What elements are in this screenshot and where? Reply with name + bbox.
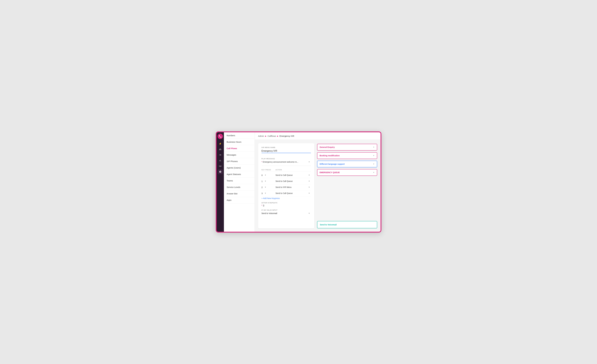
app-frame: ⚡ Numbers Business Hours Call Flows Mess… — [216, 131, 381, 233]
queue-option-diff-lang-label: Different language support — [320, 163, 345, 165]
action-1-value: Send to Call Queue — [275, 180, 293, 182]
breadcrumb-callflows[interactable]: Callflows — [267, 135, 276, 137]
queue-option-general-enquiry-label: General Enquiry — [320, 146, 335, 148]
keypress-table-header: KEY PRESS ACTION — [261, 168, 311, 172]
sidebar-item-agents[interactable]: Agents (Users) — [224, 165, 255, 171]
key-1: 1 ▼ — [261, 180, 275, 183]
lightning-nav-icon[interactable]: ⚡ — [218, 141, 223, 146]
play-message-block: PLAY MESSAGE * Emergency announcement we… — [261, 158, 311, 166]
key-1-dropdown[interactable]: ▼ — [264, 180, 267, 183]
breadcrumb-sep-1: ▶ — [265, 135, 267, 137]
keypress-row-3: 3 ▼ Send to Call Queue ▼ — [261, 190, 311, 196]
action-col-header: ACTION — [275, 169, 282, 171]
queue-option-booking-mod-label: Booking modification — [320, 154, 340, 157]
booking-mod-dropdown-arrow[interactable]: ▼ — [373, 155, 375, 157]
key-2-dropdown[interactable]: ▼ — [264, 186, 267, 189]
key-0: 0 ▼ — [261, 174, 275, 177]
voicemail-nav-icon[interactable] — [218, 164, 223, 168]
key-0-value: 0 — [261, 174, 263, 176]
kp-col-header: KEY PRESS — [261, 169, 275, 171]
sidebar-item-teams[interactable]: Teams — [224, 177, 255, 184]
ivr-name-label: IVR MENU NAME — [261, 147, 311, 148]
ivr-name-field-block: IVR MENU NAME — [261, 147, 311, 156]
ivr-panel: IVR MENU NAME PLAY MESSAGE * Emergency a… — [258, 143, 314, 228]
nav-sidebar: Numbers Business Hours Call Flows Messag… — [224, 132, 255, 232]
after-n-label: AFTER N REPEATS — [261, 202, 311, 204]
diff-lang-dropdown-arrow[interactable]: ▼ — [373, 163, 375, 165]
play-message-label: PLAY MESSAGE — [261, 158, 311, 159]
action-3-value: Send to Call Queue — [275, 192, 293, 194]
queue-option-general-enquiry[interactable]: General Enquiry ▼ — [317, 144, 377, 150]
keypress-row-0: 0 ▼ Send to Call Queue ▼ — [261, 172, 311, 178]
play-message-text: Emergency announcement welcome m... — [263, 161, 298, 163]
sidebar-item-apps[interactable]: Apps — [224, 197, 255, 203]
key-3-value: 3 — [261, 192, 263, 195]
voicemail-option[interactable]: Send to Voicemail — [317, 221, 377, 228]
main-content: Admin ▶ Callflows ▶ Emergency IVR IVR ME… — [255, 132, 381, 232]
list-nav-icon[interactable] — [218, 152, 223, 157]
ivr-name-input[interactable] — [261, 149, 311, 153]
key-3: 3 ▼ — [261, 192, 275, 195]
chart-nav-icon[interactable] — [218, 158, 223, 163]
action-1-dropdown[interactable]: ▼ — [307, 180, 311, 183]
app-logo[interactable] — [218, 134, 223, 139]
keypress-row-2: 2 ▼ Send to IVR Menu ▼ — [261, 184, 311, 190]
action-2-dropdown[interactable]: ▼ — [307, 186, 311, 189]
action-2: Send to IVR Menu ▼ — [275, 186, 311, 189]
key-1-value: 1 — [261, 180, 263, 182]
after-n-required: * — [261, 205, 262, 207]
content-area: IVR MENU NAME PLAY MESSAGE * Emergency a… — [255, 140, 381, 232]
emergency-dropdown-arrow[interactable]: ▼ — [373, 172, 375, 174]
icon-strip: ⚡ — [217, 132, 224, 232]
after-n-section: AFTER N REPEATS * 3 — [261, 202, 311, 207]
play-message-required: * — [261, 161, 262, 163]
after-n-number: 3 — [263, 205, 264, 207]
action-3: Send to Call Queue ▼ — [275, 192, 311, 195]
no-valid-label: IF NO VALID INPUT — [261, 209, 311, 211]
breadcrumb-sep-2: ▶ — [277, 135, 278, 137]
no-valid-block: IF NO VALID INPUT Send to Voicemail ▼ — [261, 209, 311, 215]
add-keypress-button[interactable]: + Add New Keypress — [261, 197, 311, 199]
sidebar-item-service-levels[interactable]: Service Levels — [224, 184, 255, 190]
queue-option-booking-mod[interactable]: Booking modification ▼ — [317, 152, 377, 159]
play-message-row: * Emergency announcement welcome m... ▼ — [261, 160, 311, 166]
no-valid-dropdown[interactable]: ▼ — [307, 212, 311, 215]
sidebar-item-agent-statuses[interactable]: Agent Statuses — [224, 171, 255, 177]
queue-option-emergency-label: EMERGENCY QUEUE — [320, 171, 340, 174]
queue-option-emergency[interactable]: EMERGENCY QUEUE ▼ — [317, 169, 377, 176]
action-0-value: Send to Call Queue — [275, 174, 293, 176]
sidebar-item-call-flows[interactable]: Call Flows — [224, 145, 255, 152]
action-2-value: Send to IVR Menu — [275, 186, 291, 188]
keypress-row-1: 1 ▼ Send to Call Queue ▼ — [261, 178, 311, 184]
action-0-dropdown[interactable]: ▼ — [307, 174, 311, 177]
key-2-value: 2 — [261, 186, 263, 189]
users-nav-icon[interactable] — [218, 147, 223, 152]
key-3-dropdown[interactable]: ▼ — [264, 192, 267, 195]
action-1: Send to Call Queue ▼ — [275, 180, 311, 183]
breadcrumb-admin[interactable]: Admin — [258, 135, 264, 137]
play-message-value: * Emergency announcement welcome m... — [261, 161, 307, 163]
sidebar-item-messages[interactable]: Messages — [224, 152, 255, 158]
sidebar-item-sip-phones[interactable]: SIP Phones — [224, 158, 255, 165]
action-3-dropdown[interactable]: ▼ — [307, 192, 311, 195]
general-enquiry-dropdown-arrow[interactable]: ▼ — [373, 146, 375, 148]
key-0-dropdown[interactable]: ▼ — [264, 174, 267, 177]
action-0: Send to Call Queue ▼ — [275, 174, 311, 177]
key-2: 2 ▼ — [261, 186, 275, 189]
right-panel: General Enquiry ▼ Booking modification ▼… — [317, 143, 377, 228]
sidebar-item-numbers[interactable]: Numbers — [224, 132, 255, 139]
sidebar-item-answer-bot[interactable]: Answer Bot — [224, 190, 255, 197]
no-valid-value: Send to Voicemail — [261, 212, 277, 214]
breadcrumb: Admin ▶ Callflows ▶ Emergency IVR — [255, 132, 381, 140]
sidebar-item-business-hours[interactable]: Business Hours — [224, 139, 255, 145]
queue-option-diff-lang[interactable]: Different language support ▼ — [317, 161, 377, 167]
play-message-dropdown[interactable]: ▼ — [307, 160, 311, 164]
after-n-value: * 3 — [261, 205, 311, 207]
breadcrumb-current: Emergency IVR — [279, 135, 294, 137]
settings-nav-icon[interactable] — [218, 169, 223, 174]
voicemail-option-label: Send to Voicemail — [320, 224, 337, 226]
no-valid-row: Send to Voicemail ▼ — [261, 212, 311, 215]
